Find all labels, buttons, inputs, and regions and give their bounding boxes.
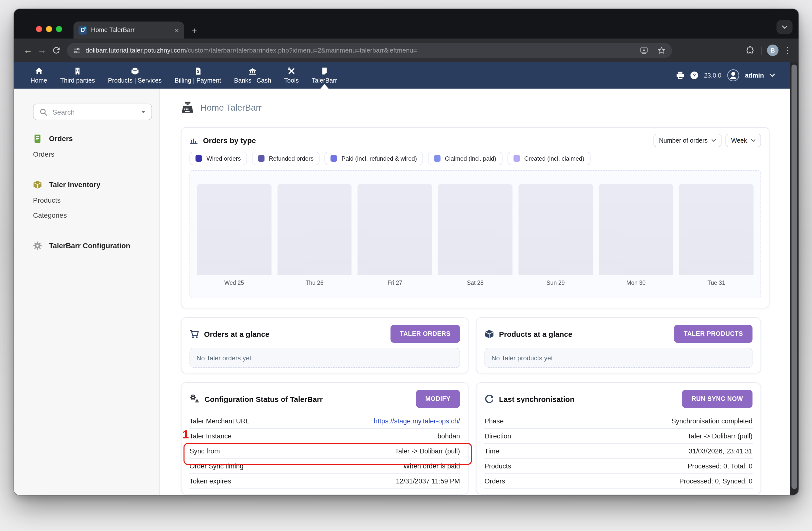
search-input[interactable] [53,108,136,116]
home-icon [35,67,43,75]
tools-icon [288,67,295,75]
site-info-icon[interactable] [73,46,81,54]
help-icon[interactable]: ? [690,71,698,80]
products-cube-icon [131,67,139,75]
sidebar-divider [21,258,153,258]
metric-select[interactable]: Number of orders [653,134,722,147]
legend-color-swatch [434,155,440,162]
status-row: Configuration Status of TalerBarr MODIFY… [181,382,769,494]
forward-button[interactable]: → [35,43,49,57]
modify-button[interactable]: MODIFY [416,390,460,408]
chart-controls: Number of orders Week [653,134,761,147]
user-avatar-icon[interactable] [727,69,739,82]
products-empty-state: No Taler products yet [484,348,753,368]
sidebar-link-products[interactable]: Products [33,196,152,204]
url-text[interactable]: dolibarr.tutorial.taler.potuzhnyi.com/cu… [86,46,633,54]
tab-search-button[interactable] [777,20,793,34]
inventory-cube-icon [33,180,42,189]
toolbar-separator [762,46,762,54]
puzzle-icon [746,46,754,55]
nav-item-tools[interactable]: Tools [278,62,305,88]
print-icon[interactable] [676,71,684,80]
synchronisation-header: Last synchronisation RUN SYNC NOW [484,390,753,408]
last-synchronisation-card: Last synchronisation RUN SYNC NOW PhaseS… [476,382,761,494]
products-glance-title: Products at a glance [499,330,572,338]
sidebar-search[interactable] [33,103,152,120]
legend-chip-paid[interactable]: Paid (incl. refunded & wired) [324,152,423,165]
chart-column: Thu 26 [277,184,351,293]
star-icon [657,46,666,54]
address-bar[interactable]: dolibarr.tutorial.taler.potuzhnyi.com/cu… [67,43,672,58]
sync-row-direction: DirectionTaler -> Dolibarr (pull) [484,429,753,444]
chart-card-header: Orders by type Number of orders Week [189,134,761,147]
sidebar-link-categories[interactable]: Categories [33,211,152,219]
nav-item-home[interactable]: Home [24,62,54,88]
browser-menu-button[interactable]: ⋮ [783,45,792,55]
chart-column: Sun 29 [519,184,593,293]
zoom-window-button[interactable] [56,26,62,32]
orders-document-icon [33,134,42,143]
configuration-header: Configuration Status of TalerBarr MODIFY [189,390,460,408]
minimize-window-button[interactable] [46,26,52,32]
reload-icon [52,46,60,54]
nav-item-third-parties[interactable]: Third parties [54,62,102,88]
chart-placeholder-bar [599,184,673,275]
nav-item-products-services[interactable]: Products | Services [102,62,168,88]
chart-column-label: Sat 28 [438,280,512,286]
taler-orders-button[interactable]: TALER ORDERS [390,325,460,343]
building-icon [73,67,82,75]
install-app-button[interactable] [638,44,651,57]
chart-plot-area: Wed 25 Thu 26 Fri 27 Sat 28 Sun 29 Mon 3… [189,170,761,298]
annotation-number-label: 1 [183,429,189,441]
reload-button[interactable] [49,43,63,57]
user-name-label[interactable]: admin [745,72,764,79]
legend-chip-wired[interactable]: Wired orders [189,152,247,165]
taler-products-button[interactable]: TALER PRODUCTS [674,325,753,343]
config-row-token-expires: Token expires12/31/2037 11:59 PM [189,474,460,489]
navbar-right-cluster: ? 23.0.0 admin [676,62,790,88]
close-window-button[interactable] [36,26,42,32]
orders-empty-state: No Taler orders yet [189,348,460,368]
legend-color-swatch [513,155,520,162]
run-sync-now-button[interactable]: RUN SYNC NOW [682,390,753,408]
bookmark-star-button[interactable] [655,44,668,57]
configuration-status-card: Configuration Status of TalerBarr MODIFY… [181,382,468,494]
chevron-down-icon [712,139,716,142]
period-select[interactable]: Week [726,134,761,147]
sidebar: Orders Orders Taler Inventory Products C… [14,88,160,495]
legend-chip-refunded[interactable]: Refunded orders [252,152,319,165]
cash-register-icon [181,101,194,114]
legend-chip-claimed[interactable]: Claimed (incl. paid) [428,152,502,165]
chart-placeholder-bar [197,184,271,275]
chart-column-label: Tue 31 [679,280,754,286]
dolibarr-favicon: D [78,26,87,34]
nav-item-billing-payment[interactable]: $ Billing | Payment [168,62,228,88]
svg-text:$: $ [197,69,199,73]
scrollbar-thumb[interactable] [792,65,797,489]
chart-column: Mon 30 [599,184,673,293]
sidebar-link-orders[interactable]: Orders [33,150,152,158]
configuration-title: Configuration Status of TalerBarr [204,395,323,403]
page-body: Orders Orders Taler Inventory Products C… [14,88,798,495]
user-menu-chevron-icon[interactable] [769,73,775,77]
chart-column: Fri 27 [358,184,432,293]
browser-profile-avatar[interactable]: B [767,44,779,56]
chart-column-label: Sun 29 [519,280,593,286]
back-button[interactable]: ← [21,43,35,57]
products-glance-header: Products at a glance TALER PRODUCTS [484,325,753,343]
legend-chip-created[interactable]: Created (incl. claimed) [507,152,590,165]
sidebar-divider [21,227,153,227]
tab-strip: D Home TalerBarr × + [14,9,798,39]
search-dropdown-caret-icon[interactable] [141,110,145,113]
extensions-button[interactable] [743,44,756,57]
page-scrollbar[interactable] [790,62,798,495]
nav-item-banks-cash[interactable]: Banks | Cash [228,62,277,88]
nav-item-talerbarr[interactable]: TalerBarr [305,62,344,88]
merchant-url-link[interactable]: https://stage.my.taler-ops.ch/ [374,417,460,425]
glance-row: Orders at a glance TALER ORDERS No Taler… [181,317,769,373]
new-tab-button[interactable]: + [191,26,197,36]
tab-close-icon[interactable]: × [174,26,179,34]
legend-color-swatch [195,155,202,162]
orders-by-type-card: Orders by type Number of orders Week [181,127,769,308]
browser-tab[interactable]: D Home TalerBarr × [73,22,184,39]
